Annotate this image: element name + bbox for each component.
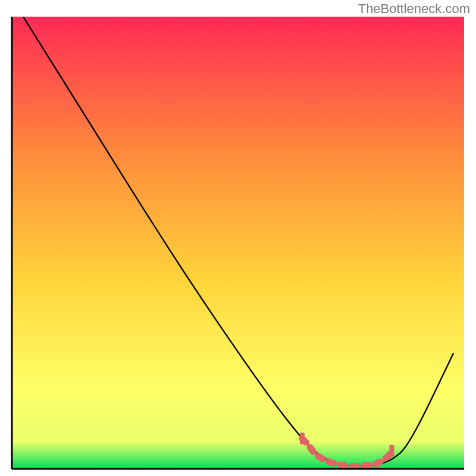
chart-container: TheBottleneck.com [0,0,476,476]
svg-rect-1 [300,433,305,444]
plot-area [0,0,476,476]
svg-rect-2 [389,445,394,457]
watermark-label: TheBottleneck.com [358,1,470,17]
gradient-background [12,17,464,469]
